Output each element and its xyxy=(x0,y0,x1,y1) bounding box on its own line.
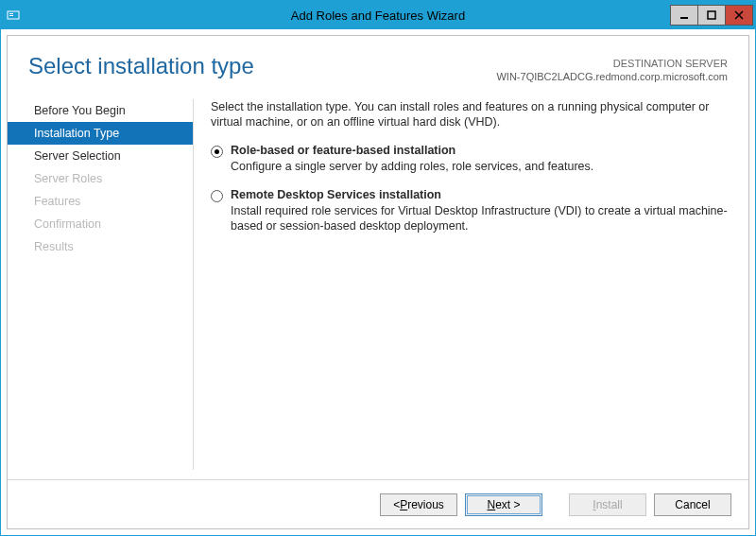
step-results: Results xyxy=(8,235,193,258)
wizard-window: Add Roles and Features Wizard Select ins… xyxy=(0,0,756,536)
destination-label: DESTINATION SERVER xyxy=(496,57,728,70)
option-title: Role-based or feature-based installation xyxy=(231,144,728,157)
header: Select installation type DESTINATION SER… xyxy=(8,36,748,94)
option-desc: Configure a single server by adding role… xyxy=(231,159,728,174)
option-role-based[interactable]: Role-based or feature-based installation… xyxy=(211,144,728,174)
svg-rect-4 xyxy=(708,11,715,19)
body: Before You Begin Installation Type Serve… xyxy=(8,94,748,479)
step-before-you-begin[interactable]: Before You Begin xyxy=(8,99,193,122)
option-title: Remote Desktop Services installation xyxy=(231,188,728,201)
titlebar[interactable]: Add Roles and Features Wizard xyxy=(1,1,755,29)
page-title: Select installation type xyxy=(28,53,254,79)
step-confirmation: Confirmation xyxy=(8,213,193,235)
option-body: Remote Desktop Services installation Ins… xyxy=(231,188,728,234)
main-content: Select the installation type. You can in… xyxy=(194,94,748,479)
destination-value: WIN-7QIBC2LADCG.redmond.corp.microsoft.c… xyxy=(496,70,728,83)
previous-button[interactable]: < Previous xyxy=(380,493,457,516)
option-desc: Install required role services for Virtu… xyxy=(231,203,728,234)
next-button[interactable]: Next > xyxy=(465,493,542,516)
radio-role-based[interactable] xyxy=(211,146,223,158)
svg-rect-1 xyxy=(9,13,13,14)
cancel-button[interactable]: Cancel xyxy=(654,493,731,516)
footer: < Previous Next > Install Cancel xyxy=(8,479,748,528)
window-title: Add Roles and Features Wizard xyxy=(1,9,755,23)
step-server-roles: Server Roles xyxy=(8,167,193,190)
server-manager-icon xyxy=(1,1,26,29)
install-button: Install xyxy=(569,493,646,516)
step-server-selection[interactable]: Server Selection xyxy=(8,145,193,167)
option-body: Role-based or feature-based installation… xyxy=(231,144,728,174)
close-button[interactable] xyxy=(725,5,753,26)
content-wrap: Select installation type DESTINATION SER… xyxy=(1,29,755,535)
intro-text: Select the installation type. You can in… xyxy=(211,99,728,131)
radio-remote-desktop[interactable] xyxy=(211,190,223,202)
step-features: Features xyxy=(8,190,193,213)
svg-rect-2 xyxy=(9,15,13,16)
destination-server: DESTINATION SERVER WIN-7QIBC2LADCG.redmo… xyxy=(496,57,728,84)
minimize-button[interactable] xyxy=(670,5,698,26)
step-installation-type[interactable]: Installation Type xyxy=(8,122,193,145)
svg-rect-3 xyxy=(680,17,688,19)
option-remote-desktop[interactable]: Remote Desktop Services installation Ins… xyxy=(211,188,728,234)
window-controls xyxy=(671,5,753,26)
inner-panel: Select installation type DESTINATION SER… xyxy=(7,35,749,529)
maximize-button[interactable] xyxy=(697,5,726,26)
sidebar: Before You Begin Installation Type Serve… xyxy=(8,94,193,479)
